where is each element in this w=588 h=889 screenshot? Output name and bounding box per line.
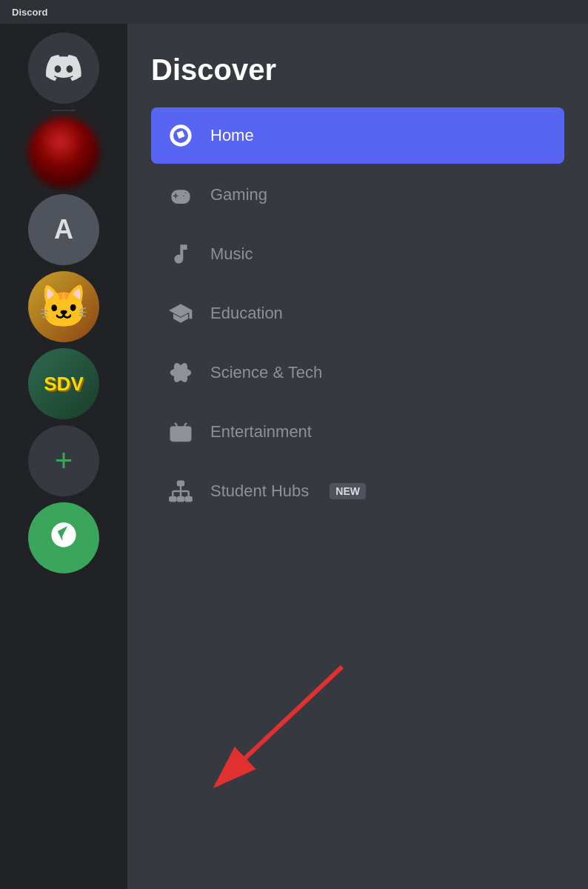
- nav-label-entertainment: Entertainment: [210, 422, 312, 442]
- nav-label-gaming: Gaming: [210, 185, 267, 204]
- main-layout: A 🐱 SDV + Discover: [0, 24, 588, 889]
- compass-icon: [166, 121, 196, 150]
- nav-item-education[interactable]: Education: [151, 285, 564, 342]
- nav-item-science-tech[interactable]: Science & Tech: [151, 344, 564, 401]
- app-title: Discord: [12, 7, 47, 18]
- hierarchy-icon: [166, 476, 196, 506]
- svg-rect-8: [178, 497, 184, 501]
- nav-item-music[interactable]: Music: [151, 226, 564, 282]
- explore-button[interactable]: [28, 502, 99, 573]
- add-icon: +: [55, 443, 73, 479]
- svg-line-16: [216, 667, 342, 785]
- server-list: A 🐱 SDV +: [0, 24, 127, 889]
- nav-label-science-tech: Science & Tech: [210, 363, 322, 382]
- gamepad-icon: [166, 180, 196, 210]
- nav-label-home: Home: [210, 126, 254, 145]
- svg-rect-6: [178, 482, 184, 485]
- server-icon-a[interactable]: A: [28, 194, 99, 265]
- nav-label-student-hubs: Student Hubs: [210, 482, 309, 501]
- new-badge: NEW: [330, 483, 366, 499]
- nav-item-gaming[interactable]: Gaming: [151, 167, 564, 223]
- nav-item-student-hubs[interactable]: Student Hubs NEW: [151, 463, 564, 519]
- atom-icon: [166, 358, 196, 387]
- title-bar: Discord: [0, 0, 588, 24]
- server-divider: [52, 110, 76, 111]
- explore-icon: [49, 520, 78, 556]
- fantasy-emoji: 🐱: [38, 282, 90, 331]
- svg-point-4: [179, 371, 182, 374]
- svg-rect-5: [171, 427, 191, 441]
- server-letter: A: [54, 214, 73, 245]
- svg-rect-9: [186, 497, 192, 501]
- nav-label-music: Music: [210, 244, 253, 264]
- nav-item-home[interactable]: Home: [151, 107, 564, 164]
- server-icon-fantasy[interactable]: 🐱: [28, 271, 99, 342]
- nav-label-education: Education: [210, 304, 283, 323]
- discover-panel: Discover Home Gaming: [127, 24, 588, 889]
- server-icon-home[interactable]: [28, 33, 99, 104]
- discover-title: Discover: [151, 53, 564, 87]
- nav-item-entertainment[interactable]: Entertainment: [151, 404, 564, 460]
- add-server-button[interactable]: +: [28, 425, 99, 496]
- server-icon-blurred[interactable]: [28, 117, 99, 188]
- music-icon: [166, 239, 196, 269]
- annotation-arrow: [172, 659, 350, 808]
- tv-icon: [166, 417, 196, 447]
- server-icon-sdv[interactable]: SDV: [28, 348, 99, 419]
- svg-rect-7: [170, 497, 176, 501]
- graduation-icon: [166, 299, 196, 328]
- sdv-label: SDV: [44, 373, 83, 396]
